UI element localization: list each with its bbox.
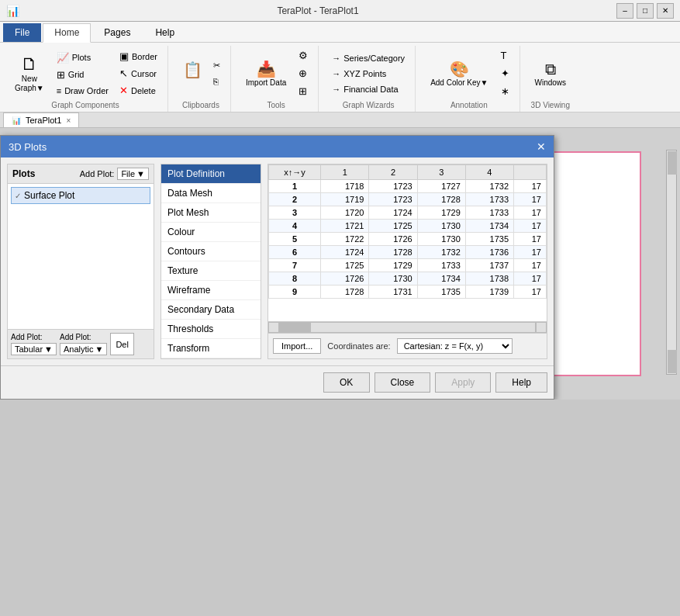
tab-home[interactable]: Home bbox=[43, 23, 91, 43]
annotation-btn1[interactable]: T bbox=[497, 47, 513, 64]
category-texture[interactable]: Texture bbox=[161, 261, 261, 281]
del-button[interactable]: Del bbox=[110, 333, 134, 355]
row-index: 4 bbox=[269, 220, 321, 233]
cell-value: 17 bbox=[514, 180, 547, 193]
table-row: 4172117251730173417 bbox=[269, 220, 547, 233]
category-data-mesh[interactable]: Data Mesh bbox=[161, 184, 261, 203]
scroll-thumb-bottom bbox=[668, 350, 677, 373]
row-index: 8 bbox=[269, 272, 321, 286]
table-row: 2171917231728173317 bbox=[269, 193, 547, 206]
category-wireframe[interactable]: Wireframe bbox=[161, 281, 261, 300]
categories-panel: Plot Definition Data Mesh Plot Mesh Colo… bbox=[161, 164, 261, 359]
doc-tab-terraplot1[interactable]: 📊 TeraPlot1 × bbox=[3, 112, 79, 127]
table-row: 5172217261730173517 bbox=[269, 233, 547, 246]
category-transform[interactable]: Transform bbox=[161, 339, 261, 358]
import-button[interactable]: Import... bbox=[273, 338, 321, 354]
add-plot-label: Add Plot: bbox=[80, 169, 115, 178]
add-plot-dropdown[interactable]: File ▼ bbox=[117, 168, 149, 180]
category-colour[interactable]: Colour bbox=[161, 223, 261, 242]
surface-plot-item[interactable]: ✓ Surface Plot bbox=[11, 187, 150, 204]
new-graph-button[interactable]: 🗋 NewGraph▼ bbox=[9, 52, 50, 95]
cell-value: 1737 bbox=[465, 259, 513, 272]
add-color-key-button[interactable]: 🎨 Add Color Key▼ bbox=[425, 57, 493, 90]
cell-value: 1726 bbox=[369, 233, 417, 246]
doc-tab-close[interactable]: × bbox=[66, 116, 71, 125]
cell-value: 1727 bbox=[417, 180, 465, 193]
category-secondary-data[interactable]: Secondary Data bbox=[161, 300, 261, 320]
cell-value: 17 bbox=[514, 272, 547, 286]
cell-value: 17 bbox=[514, 286, 547, 299]
h-scrollbar[interactable] bbox=[279, 322, 536, 333]
xyz-points-button[interactable]: → XYZ Points bbox=[328, 67, 409, 81]
ribbon-group-graph-components: 🗋 NewGraph▼ 📈 Plots ⊞ Grid ≡ Draw Order bbox=[3, 46, 168, 112]
plots-list: ✓ Surface Plot bbox=[8, 184, 154, 329]
row-index: 9 bbox=[269, 286, 321, 299]
plots-button[interactable]: 📈 Plots bbox=[53, 50, 112, 66]
cell-value: 1726 bbox=[321, 272, 369, 286]
cut-icon: ✂ bbox=[213, 61, 220, 71]
dialog-title: 3D Plots bbox=[9, 141, 47, 153]
vertical-scrollbar[interactable] bbox=[666, 150, 677, 375]
windows-button[interactable]: ⧉ Windows bbox=[530, 58, 572, 89]
cell-value: 1733 bbox=[465, 206, 513, 220]
tools-btn1[interactable]: ⚙ bbox=[295, 47, 312, 64]
cell-value: 1734 bbox=[417, 272, 465, 286]
copy-button[interactable]: ⎘ bbox=[209, 74, 224, 88]
cell-value: 1729 bbox=[369, 259, 417, 272]
checkmark-icon: ✓ bbox=[15, 192, 21, 200]
draw-order-button[interactable]: ≡ Draw Order bbox=[53, 84, 112, 98]
cut-button[interactable]: ✂ bbox=[209, 58, 224, 73]
ok-button[interactable]: OK bbox=[323, 372, 370, 393]
cell-value: 1718 bbox=[321, 180, 369, 193]
close-dialog-button[interactable]: Close bbox=[375, 372, 431, 393]
cursor-button[interactable]: ↖ Cursor bbox=[116, 65, 161, 81]
paste-icon: 📋 bbox=[183, 61, 202, 79]
doc-tab-bar: 📊 TeraPlot1 × bbox=[0, 112, 680, 128]
help-button[interactable]: Help bbox=[495, 372, 547, 393]
tab-help[interactable]: Help bbox=[143, 23, 186, 42]
cell-value: 17 bbox=[514, 193, 547, 206]
table-row: 9172817311735173917 bbox=[269, 286, 547, 299]
import-data-button[interactable]: 📥 Import Data bbox=[240, 57, 292, 90]
cell-value: 1730 bbox=[417, 233, 465, 246]
financial-data-button[interactable]: → Financial Data bbox=[328, 82, 409, 96]
table-row: 3172017241729173317 bbox=[269, 206, 547, 220]
grid-button[interactable]: ⊞ Grid bbox=[53, 67, 112, 83]
add-plot-analytic-dropdown[interactable]: Analytic ▼ bbox=[60, 343, 107, 355]
clipboard-paste-button[interactable]: 📋 bbox=[178, 58, 208, 88]
table-row: 1171817231727173217 bbox=[269, 180, 547, 193]
category-plot-definition[interactable]: Plot Definition bbox=[161, 164, 261, 184]
tools-btn3[interactable]: ⊞ bbox=[295, 83, 312, 99]
table-row: 6172417281732173617 bbox=[269, 246, 547, 259]
category-contours[interactable]: Contours bbox=[161, 242, 261, 261]
annotation-btn2[interactable]: ✦ bbox=[497, 65, 513, 81]
copy-icon: ⎘ bbox=[213, 77, 219, 86]
cell-value: 1723 bbox=[369, 193, 417, 206]
delete-button[interactable]: ✕ Delete bbox=[116, 82, 161, 99]
ribbon-content: 🗋 NewGraph▼ 📈 Plots ⊞ Grid ≡ Draw Order bbox=[0, 43, 680, 112]
category-thresholds[interactable]: Thresholds bbox=[161, 320, 261, 339]
tools-btn2[interactable]: ⊕ bbox=[295, 65, 312, 81]
minimize-button[interactable]: – bbox=[616, 3, 633, 19]
dialog-3d-plots: 3D Plots ✕ Plots Add Plot: File ▼ bbox=[0, 135, 554, 400]
annotation-btn3[interactable]: ∗ bbox=[497, 83, 513, 99]
cell-value: 1720 bbox=[321, 206, 369, 220]
row-index: 6 bbox=[269, 246, 321, 259]
dialog-close-button[interactable]: ✕ bbox=[537, 140, 546, 153]
cell-value: 1725 bbox=[321, 259, 369, 272]
table-row: 8172617301734173817 bbox=[269, 272, 547, 286]
maximize-button[interactable]: □ bbox=[637, 3, 654, 19]
tab-pages[interactable]: Pages bbox=[92, 23, 142, 42]
close-button[interactable]: ✕ bbox=[657, 3, 674, 19]
border-button[interactable]: ▣ Border bbox=[116, 48, 161, 64]
coordinates-select[interactable]: Cartesian: z = F(x, y) bbox=[397, 338, 513, 354]
cell-value: 17 bbox=[514, 206, 547, 220]
dropdown-arrow-icon: ▼ bbox=[136, 169, 145, 178]
tab-file[interactable]: File bbox=[3, 23, 41, 42]
add-plot-tabular-dropdown[interactable]: Tabular ▼ bbox=[11, 343, 57, 355]
apply-button[interactable]: Apply bbox=[435, 372, 491, 393]
series-category-button[interactable]: → Series/Category bbox=[328, 51, 409, 65]
data-table: x↑→y 1 2 3 4 117181723172717321721719172… bbox=[268, 164, 547, 299]
graph-wizards-label: Graph Wizards bbox=[343, 101, 395, 112]
category-plot-mesh[interactable]: Plot Mesh bbox=[161, 203, 261, 223]
